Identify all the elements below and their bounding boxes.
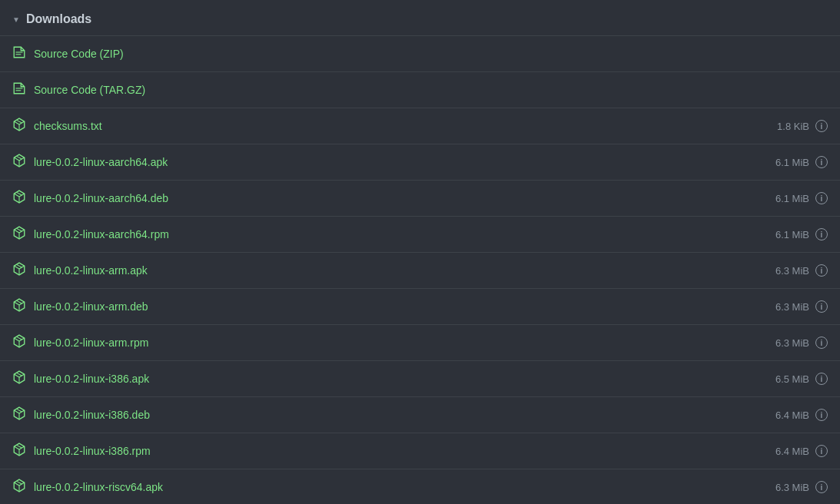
- file-item[interactable]: lure-0.0.2-linux-riscv64.apk6.3 MiBi: [0, 469, 840, 504]
- downloads-section: ▼ Downloads Source Code (ZIP) Source Cod…: [0, 0, 840, 504]
- info-icon[interactable]: i: [815, 409, 828, 421]
- package-icon: [12, 262, 26, 279]
- file-item-right: 6.1 MiBi: [775, 156, 828, 168]
- file-name[interactable]: lure-0.0.2-linux-riscv64.apk: [34, 481, 163, 493]
- file-item[interactable]: checksums.txt1.8 KiBi: [0, 108, 840, 144]
- file-item[interactable]: lure-0.0.2-linux-i386.apk6.5 MiBi: [0, 361, 840, 397]
- file-item-left: Source Code (ZIP): [12, 45, 124, 62]
- svg-line-28: [14, 338, 19, 341]
- package-icon: [12, 334, 26, 351]
- svg-line-12: [14, 194, 19, 197]
- file-size: 6.5 MiB: [775, 373, 809, 385]
- info-icon[interactable]: i: [815, 120, 828, 132]
- file-size: 6.1 MiB: [775, 193, 809, 204]
- svg-line-43: [17, 445, 22, 448]
- svg-line-39: [17, 409, 22, 412]
- file-item-left: lure-0.0.2-linux-riscv64.apk: [12, 479, 163, 496]
- file-item-right: 6.3 MiBi: [775, 264, 828, 277]
- info-icon[interactable]: i: [815, 337, 828, 349]
- file-item[interactable]: Source Code (TAR.GZ): [0, 72, 840, 108]
- file-item-left: lure-0.0.2-linux-aarch64.rpm: [12, 226, 169, 243]
- source-file-icon: [12, 81, 26, 98]
- package-icon: [12, 370, 26, 387]
- file-size: 6.4 MiB: [775, 446, 809, 457]
- file-size: 6.1 MiB: [775, 229, 809, 240]
- svg-line-44: [14, 482, 19, 486]
- file-item[interactable]: lure-0.0.2-linux-aarch64.rpm6.1 MiBi: [0, 217, 840, 253]
- info-icon[interactable]: i: [815, 481, 828, 493]
- source-file-icon: [12, 45, 26, 62]
- file-size: 6.3 MiB: [775, 482, 809, 493]
- info-icon[interactable]: i: [815, 300, 828, 313]
- info-icon[interactable]: i: [815, 373, 828, 385]
- file-name[interactable]: lure-0.0.2-linux-aarch64.deb: [34, 192, 168, 204]
- package-icon: [12, 154, 26, 171]
- file-name[interactable]: Source Code (ZIP): [34, 48, 124, 60]
- collapse-triangle-icon: ▼: [12, 15, 20, 24]
- file-item[interactable]: lure-0.0.2-linux-aarch64.deb6.1 MiBi: [0, 181, 840, 217]
- svg-line-24: [14, 302, 19, 305]
- package-icon: [12, 190, 26, 207]
- file-name[interactable]: lure-0.0.2-linux-aarch64.apk: [34, 156, 168, 168]
- file-item-right: 6.1 MiBi: [775, 228, 828, 240]
- file-name[interactable]: lure-0.0.2-linux-arm.apk: [34, 264, 148, 277]
- file-item-left: checksums.txt: [12, 118, 102, 134]
- downloads-header[interactable]: ▼ Downloads: [0, 6, 840, 35]
- info-icon[interactable]: i: [815, 156, 828, 168]
- file-name[interactable]: lure-0.0.2-linux-aarch64.rpm: [34, 228, 169, 240]
- file-name[interactable]: lure-0.0.2-linux-arm.rpm: [34, 337, 148, 349]
- file-name[interactable]: checksums.txt: [34, 120, 102, 132]
- package-icon: [12, 479, 26, 496]
- file-name[interactable]: lure-0.0.2-linux-i386.deb: [34, 409, 150, 421]
- info-icon[interactable]: i: [815, 228, 828, 240]
- info-icon[interactable]: i: [815, 264, 828, 277]
- file-item-left: lure-0.0.2-linux-i386.deb: [12, 406, 150, 423]
- svg-line-11: [17, 156, 22, 159]
- svg-line-40: [14, 446, 19, 449]
- file-item-right: 1.8 KiBi: [777, 120, 828, 132]
- file-name[interactable]: lure-0.0.2-linux-arm.deb: [34, 300, 148, 313]
- package-icon: [12, 443, 26, 459]
- file-item-left: lure-0.0.2-linux-arm.deb: [12, 298, 148, 315]
- file-item-right: 6.3 MiBi: [775, 481, 828, 493]
- package-icon: [12, 118, 26, 134]
- file-item[interactable]: lure-0.0.2-linux-arm.deb6.3 MiBi: [0, 289, 840, 325]
- file-name[interactable]: Source Code (TAR.GZ): [34, 84, 145, 96]
- file-item-left: lure-0.0.2-linux-arm.rpm: [12, 334, 148, 351]
- file-item[interactable]: lure-0.0.2-linux-aarch64.apk6.1 MiBi: [0, 144, 840, 181]
- svg-line-23: [17, 264, 22, 267]
- package-icon: [12, 226, 26, 243]
- info-icon[interactable]: i: [815, 445, 828, 457]
- svg-line-20: [14, 266, 19, 269]
- file-item-right: 6.1 MiBi: [775, 192, 828, 204]
- svg-line-31: [17, 337, 22, 340]
- svg-line-36: [14, 410, 19, 413]
- svg-line-4: [14, 121, 19, 124]
- file-item-left: lure-0.0.2-linux-aarch64.deb: [12, 190, 168, 207]
- file-name[interactable]: lure-0.0.2-linux-i386.rpm: [34, 445, 151, 457]
- file-item-right: 6.5 MiBi: [775, 373, 828, 385]
- file-item[interactable]: lure-0.0.2-linux-i386.rpm6.4 MiBi: [0, 433, 840, 469]
- file-item[interactable]: lure-0.0.2-linux-arm.apk6.3 MiBi: [0, 253, 840, 289]
- svg-line-15: [17, 192, 22, 195]
- file-item[interactable]: Source Code (ZIP): [0, 36, 840, 72]
- svg-line-35: [17, 373, 22, 376]
- file-size: 6.3 MiB: [775, 301, 809, 313]
- file-item-left: lure-0.0.2-linux-aarch64.apk: [12, 154, 168, 171]
- file-size: 1.8 KiB: [777, 121, 809, 132]
- file-item[interactable]: lure-0.0.2-linux-i386.deb6.4 MiBi: [0, 397, 840, 433]
- file-size: 6.3 MiB: [775, 337, 809, 349]
- svg-line-8: [14, 158, 19, 161]
- file-name[interactable]: lure-0.0.2-linux-i386.apk: [34, 373, 149, 385]
- file-item-right: 6.3 MiBi: [775, 300, 828, 313]
- package-icon: [12, 406, 26, 423]
- file-item-left: lure-0.0.2-linux-arm.apk: [12, 262, 148, 279]
- file-size: 6.1 MiB: [775, 157, 809, 168]
- file-list: Source Code (ZIP) Source Code (TAR.GZ) c…: [0, 35, 840, 504]
- file-item[interactable]: lure-0.0.2-linux-arm.rpm6.3 MiBi: [0, 325, 840, 361]
- svg-line-19: [17, 228, 22, 231]
- info-icon[interactable]: i: [815, 192, 828, 204]
- file-item-left: lure-0.0.2-linux-i386.rpm: [12, 443, 151, 459]
- file-item-left: lure-0.0.2-linux-i386.apk: [12, 370, 149, 387]
- file-item-right: 6.3 MiBi: [775, 337, 828, 349]
